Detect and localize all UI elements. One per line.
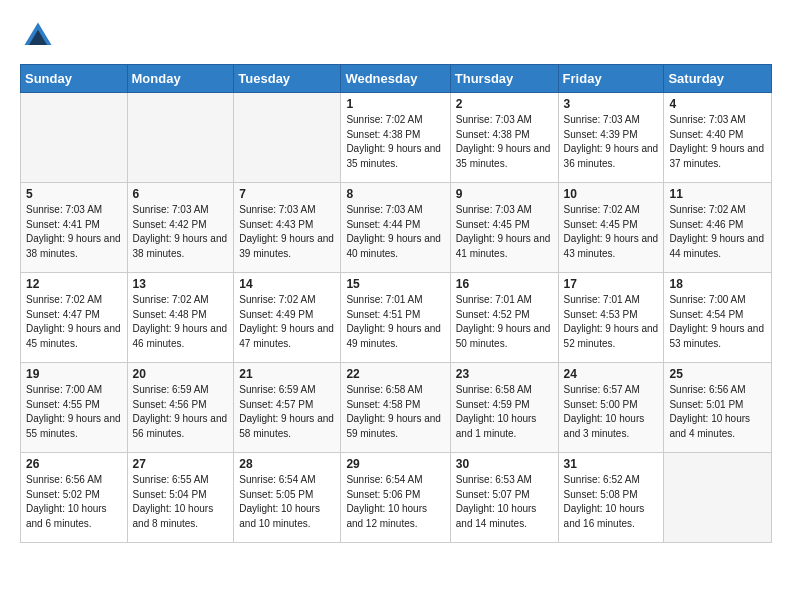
day-info: Sunrise: 7:03 AMSunset: 4:40 PMDaylight:… [669, 113, 766, 171]
weekday-sunday: Sunday [21, 65, 128, 93]
calendar-cell: 20Sunrise: 6:59 AMSunset: 4:56 PMDayligh… [127, 363, 234, 453]
day-number: 3 [564, 97, 659, 111]
weekday-tuesday: Tuesday [234, 65, 341, 93]
day-info: Sunrise: 7:02 AMSunset: 4:49 PMDaylight:… [239, 293, 335, 351]
calendar-cell: 27Sunrise: 6:55 AMSunset: 5:04 PMDayligh… [127, 453, 234, 543]
day-number: 19 [26, 367, 122, 381]
weekday-thursday: Thursday [450, 65, 558, 93]
calendar-cell: 5Sunrise: 7:03 AMSunset: 4:41 PMDaylight… [21, 183, 128, 273]
calendar-cell: 3Sunrise: 7:03 AMSunset: 4:39 PMDaylight… [558, 93, 664, 183]
day-info: Sunrise: 7:03 AMSunset: 4:38 PMDaylight:… [456, 113, 553, 171]
calendar-cell: 12Sunrise: 7:02 AMSunset: 4:47 PMDayligh… [21, 273, 128, 363]
day-number: 31 [564, 457, 659, 471]
calendar-cell [127, 93, 234, 183]
day-info: Sunrise: 7:01 AMSunset: 4:51 PMDaylight:… [346, 293, 444, 351]
day-number: 23 [456, 367, 553, 381]
day-info: Sunrise: 6:52 AMSunset: 5:08 PMDaylight:… [564, 473, 659, 531]
day-number: 18 [669, 277, 766, 291]
day-number: 24 [564, 367, 659, 381]
calendar-cell: 2Sunrise: 7:03 AMSunset: 4:38 PMDaylight… [450, 93, 558, 183]
day-info: Sunrise: 7:03 AMSunset: 4:42 PMDaylight:… [133, 203, 229, 261]
calendar-cell: 14Sunrise: 7:02 AMSunset: 4:49 PMDayligh… [234, 273, 341, 363]
week-row-2: 5Sunrise: 7:03 AMSunset: 4:41 PMDaylight… [21, 183, 772, 273]
day-info: Sunrise: 7:02 AMSunset: 4:38 PMDaylight:… [346, 113, 444, 171]
calendar-table: SundayMondayTuesdayWednesdayThursdayFrid… [20, 64, 772, 543]
day-info: Sunrise: 7:00 AMSunset: 4:54 PMDaylight:… [669, 293, 766, 351]
day-number: 29 [346, 457, 444, 471]
day-info: Sunrise: 6:59 AMSunset: 4:57 PMDaylight:… [239, 383, 335, 441]
day-info: Sunrise: 7:03 AMSunset: 4:44 PMDaylight:… [346, 203, 444, 261]
week-row-5: 26Sunrise: 6:56 AMSunset: 5:02 PMDayligh… [21, 453, 772, 543]
calendar-cell: 22Sunrise: 6:58 AMSunset: 4:58 PMDayligh… [341, 363, 450, 453]
calendar-cell: 16Sunrise: 7:01 AMSunset: 4:52 PMDayligh… [450, 273, 558, 363]
header [20, 18, 772, 54]
day-info: Sunrise: 6:53 AMSunset: 5:07 PMDaylight:… [456, 473, 553, 531]
day-info: Sunrise: 6:56 AMSunset: 5:02 PMDaylight:… [26, 473, 122, 531]
calendar-cell: 28Sunrise: 6:54 AMSunset: 5:05 PMDayligh… [234, 453, 341, 543]
calendar-cell: 24Sunrise: 6:57 AMSunset: 5:00 PMDayligh… [558, 363, 664, 453]
day-info: Sunrise: 6:56 AMSunset: 5:01 PMDaylight:… [669, 383, 766, 441]
weekday-wednesday: Wednesday [341, 65, 450, 93]
calendar-cell: 25Sunrise: 6:56 AMSunset: 5:01 PMDayligh… [664, 363, 772, 453]
logo [20, 18, 60, 54]
day-number: 14 [239, 277, 335, 291]
day-number: 17 [564, 277, 659, 291]
day-info: Sunrise: 7:03 AMSunset: 4:41 PMDaylight:… [26, 203, 122, 261]
calendar-cell: 23Sunrise: 6:58 AMSunset: 4:59 PMDayligh… [450, 363, 558, 453]
day-number: 25 [669, 367, 766, 381]
calendar-cell: 10Sunrise: 7:02 AMSunset: 4:45 PMDayligh… [558, 183, 664, 273]
day-number: 12 [26, 277, 122, 291]
day-number: 5 [26, 187, 122, 201]
day-number: 30 [456, 457, 553, 471]
calendar-cell [21, 93, 128, 183]
weekday-saturday: Saturday [664, 65, 772, 93]
day-number: 13 [133, 277, 229, 291]
calendar-body: 1Sunrise: 7:02 AMSunset: 4:38 PMDaylight… [21, 93, 772, 543]
day-info: Sunrise: 6:54 AMSunset: 5:05 PMDaylight:… [239, 473, 335, 531]
day-info: Sunrise: 7:02 AMSunset: 4:47 PMDaylight:… [26, 293, 122, 351]
calendar-cell: 15Sunrise: 7:01 AMSunset: 4:51 PMDayligh… [341, 273, 450, 363]
day-info: Sunrise: 6:58 AMSunset: 4:59 PMDaylight:… [456, 383, 553, 441]
weekday-monday: Monday [127, 65, 234, 93]
day-number: 8 [346, 187, 444, 201]
day-info: Sunrise: 7:02 AMSunset: 4:48 PMDaylight:… [133, 293, 229, 351]
weekday-friday: Friday [558, 65, 664, 93]
day-info: Sunrise: 7:03 AMSunset: 4:43 PMDaylight:… [239, 203, 335, 261]
logo-icon [20, 18, 56, 54]
calendar-cell: 18Sunrise: 7:00 AMSunset: 4:54 PMDayligh… [664, 273, 772, 363]
week-row-3: 12Sunrise: 7:02 AMSunset: 4:47 PMDayligh… [21, 273, 772, 363]
day-info: Sunrise: 7:02 AMSunset: 4:46 PMDaylight:… [669, 203, 766, 261]
day-number: 9 [456, 187, 553, 201]
day-info: Sunrise: 7:03 AMSunset: 4:39 PMDaylight:… [564, 113, 659, 171]
day-info: Sunrise: 6:58 AMSunset: 4:58 PMDaylight:… [346, 383, 444, 441]
day-number: 27 [133, 457, 229, 471]
day-number: 16 [456, 277, 553, 291]
calendar-cell [664, 453, 772, 543]
day-info: Sunrise: 6:54 AMSunset: 5:06 PMDaylight:… [346, 473, 444, 531]
day-number: 4 [669, 97, 766, 111]
calendar-cell: 19Sunrise: 7:00 AMSunset: 4:55 PMDayligh… [21, 363, 128, 453]
calendar-header: SundayMondayTuesdayWednesdayThursdayFrid… [21, 65, 772, 93]
week-row-1: 1Sunrise: 7:02 AMSunset: 4:38 PMDaylight… [21, 93, 772, 183]
day-info: Sunrise: 6:55 AMSunset: 5:04 PMDaylight:… [133, 473, 229, 531]
day-number: 6 [133, 187, 229, 201]
day-info: Sunrise: 7:00 AMSunset: 4:55 PMDaylight:… [26, 383, 122, 441]
calendar-cell: 31Sunrise: 6:52 AMSunset: 5:08 PMDayligh… [558, 453, 664, 543]
calendar-cell: 30Sunrise: 6:53 AMSunset: 5:07 PMDayligh… [450, 453, 558, 543]
calendar-cell: 8Sunrise: 7:03 AMSunset: 4:44 PMDaylight… [341, 183, 450, 273]
calendar-cell: 17Sunrise: 7:01 AMSunset: 4:53 PMDayligh… [558, 273, 664, 363]
day-info: Sunrise: 7:03 AMSunset: 4:45 PMDaylight:… [456, 203, 553, 261]
calendar-cell [234, 93, 341, 183]
day-number: 22 [346, 367, 444, 381]
calendar-cell: 26Sunrise: 6:56 AMSunset: 5:02 PMDayligh… [21, 453, 128, 543]
week-row-4: 19Sunrise: 7:00 AMSunset: 4:55 PMDayligh… [21, 363, 772, 453]
day-number: 11 [669, 187, 766, 201]
day-number: 7 [239, 187, 335, 201]
calendar-cell: 7Sunrise: 7:03 AMSunset: 4:43 PMDaylight… [234, 183, 341, 273]
day-number: 20 [133, 367, 229, 381]
day-number: 26 [26, 457, 122, 471]
calendar-cell: 9Sunrise: 7:03 AMSunset: 4:45 PMDaylight… [450, 183, 558, 273]
calendar-cell: 29Sunrise: 6:54 AMSunset: 5:06 PMDayligh… [341, 453, 450, 543]
day-info: Sunrise: 7:01 AMSunset: 4:53 PMDaylight:… [564, 293, 659, 351]
calendar-cell: 21Sunrise: 6:59 AMSunset: 4:57 PMDayligh… [234, 363, 341, 453]
